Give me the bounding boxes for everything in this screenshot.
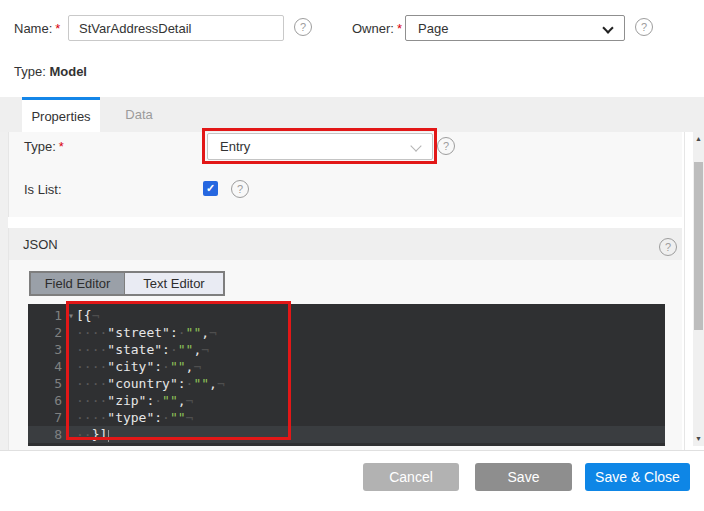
code-segment-eol: ¬ [209,325,217,340]
vertical-scrollbar[interactable]: ▲ ▼ [693,130,704,446]
check-icon: ✓ [206,183,215,194]
question-mark-glyph: ? [237,184,243,195]
gutter-line-number: 6 [28,392,66,409]
is-list-checkbox[interactable]: ✓ [203,181,218,196]
code-segment-str: "" [162,393,178,408]
code-segment-key: "city" [107,359,154,374]
type-select-value: Entry [220,139,250,154]
tab-data[interactable]: Data [100,97,178,132]
code-segment-punct: , [209,376,217,391]
code-line: ····"street":·"",¬ [66,324,665,341]
chevron-down-icon [602,22,613,33]
code-segment-ws: ···· [76,325,107,340]
code-segment-key: "country" [107,376,177,391]
owner-label: Owner:* [352,21,402,36]
type-select[interactable]: Entry [207,133,433,160]
variable-type-row: Type: Model [14,64,87,79]
json-section-title: JSON [23,237,58,252]
code-line: ····"state":·"",¬ [66,341,665,358]
fold-arrow-icon[interactable]: ▾ [68,307,74,324]
code-segment-eol: ¬ [193,359,201,374]
type-static-label: Type: [14,64,46,79]
required-asterisk: * [55,21,60,36]
type-field-label: Type:* [24,139,64,154]
gutter-line-number: 7 [28,409,66,426]
tab-properties[interactable]: Properties [22,97,100,132]
type-help-icon[interactable]: ? [437,137,455,155]
question-mark-glyph: ? [443,141,449,152]
gutter-line-number: 3 [28,341,66,358]
code-segment-str: "" [193,376,209,391]
code-segment-ws: ···· [76,376,107,391]
code-gutter: 1▾2345678 [28,307,66,446]
panel-right-edge [684,132,685,450]
question-mark-glyph: ? [300,22,306,33]
code-segment-ws: · [178,325,186,340]
type-static-value: Model [49,64,87,79]
code-segment-key: "type" [107,410,154,425]
code-line: ····"city":·"",¬ [66,358,665,375]
code-segment-key: "state" [107,342,162,357]
json-code-editor[interactable]: 1▾2345678 [{¬····"street":·"",¬····"stat… [28,304,665,446]
scrollbar-thumb[interactable] [694,162,703,330]
code-segment-punct: , [201,325,209,340]
code-segment-ws: ·· [76,427,92,442]
code-segment-punct: : [170,325,178,340]
scroll-up-button[interactable]: ▲ [693,132,704,144]
field-editor-label: Field Editor [45,276,111,291]
scroll-down-button[interactable]: ▼ [693,432,704,444]
code-segment-ws: ···· [76,410,107,425]
name-help-icon[interactable]: ? [294,18,312,36]
code-segment-str: "" [170,410,186,425]
name-label-text: Name: [14,21,52,36]
chevron-down-icon [410,140,421,151]
required-asterisk: * [397,21,402,36]
code-segment-punct: : [154,359,162,374]
code-segment-punct: : [178,376,186,391]
is-list-help-icon[interactable]: ? [231,180,249,198]
question-mark-glyph: ? [665,242,671,253]
json-section-header: JSON [8,228,682,260]
text-editor-label: Text Editor [143,276,204,291]
variable-editor-dialog: Name:* ? Owner:* Page ? Type: Model Prop… [0,0,704,511]
owner-select-value: Page [418,21,448,36]
editor-mode-toggle: Field Editor Text Editor [29,271,225,296]
text-editor-button[interactable]: Text Editor [125,273,223,294]
code-segment-str: "" [178,342,194,357]
save-button[interactable]: Save [475,463,572,491]
tab-bar: Properties Data [0,97,704,132]
code-line: ····"zip":·"",¬ [66,392,665,409]
field-editor-button[interactable]: Field Editor [31,273,125,294]
save-and-close-button[interactable]: Save & Close [585,463,690,491]
outer-gutter [0,132,8,450]
scroll-up-icon: ▲ [695,135,702,142]
code-segment-punct: }] [92,427,108,442]
code-segment-punct: : [154,410,162,425]
cancel-button[interactable]: Cancel [363,463,459,491]
code-segment-ws: · [154,393,162,408]
scroll-down-icon: ▼ [695,435,702,442]
code-line: ····"country":·"",¬ [66,375,665,392]
code-segment-str: "" [186,325,202,340]
code-segment-punct: : [162,342,170,357]
name-input[interactable] [68,15,284,41]
json-help-icon[interactable]: ? [659,238,677,256]
code-segment-str: "" [170,359,186,374]
code-segment-eol: ¬ [186,410,194,425]
code-segment-ws: ···· [76,359,107,374]
tab-properties-label: Properties [31,109,90,124]
code-line: ····"type":·""¬ [66,409,665,426]
gutter-line-number: 8 [28,426,66,443]
code-segment-key: "street" [107,325,170,340]
code-segment-eol: ¬ [92,308,100,323]
required-asterisk: * [59,139,64,154]
owner-select[interactable]: Page [405,15,625,41]
name-label: Name:* [14,21,60,36]
gutter-line-number: 5 [28,375,66,392]
owner-help-icon[interactable]: ? [635,18,653,36]
is-list-label: Is List: [24,182,62,197]
gutter-line-number: 2 [28,324,66,341]
gutter-line-number: 4 [28,358,66,375]
code-segment-ws: ···· [76,342,107,357]
code-segment-ws: · [162,359,170,374]
